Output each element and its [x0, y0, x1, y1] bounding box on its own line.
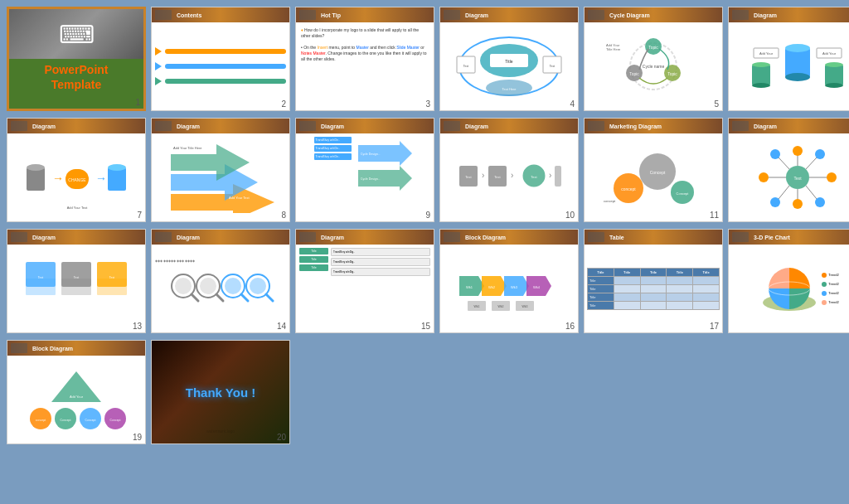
svg-text:Wk3: Wk3 [511, 285, 518, 289]
svg-point-21 [785, 44, 810, 52]
slide-18[interactable]: 3-D Pie Chart Trend2 Trend2 Tr [728, 229, 849, 333]
svg-text:Cycle Design...: Cycle Design... [361, 177, 381, 181]
slide-2-header: Contents [177, 12, 201, 18]
slide-12[interactable]: Diagram Text [728, 118, 849, 222]
svg-text:Wk2: Wk2 [498, 305, 504, 308]
slide-13-header: Diagram [32, 235, 56, 240]
svg-text:Text: Text [38, 276, 43, 279]
svg-text:Text: Text [793, 176, 802, 181]
slide-10-diagram: Text › Text › Text › [455, 143, 563, 213]
slide-15[interactable]: Diagram Title Title Title TransBlvry w/e… [295, 229, 434, 333]
slide-5[interactable]: Cycle Diagram Topic Topic Topic Cycle na… [584, 7, 723, 111]
slide-19-header: Block Diagram [32, 346, 73, 351]
svg-rect-87 [26, 279, 56, 295]
slide-5-header: Cycle Diagram [609, 12, 650, 18]
svg-rect-26 [825, 65, 843, 85]
svg-text:Add Your Text: Add Your Text [229, 196, 250, 200]
svg-point-81 [770, 149, 780, 159]
svg-rect-33 [27, 167, 45, 191]
svg-text:›: › [482, 171, 484, 180]
svg-text:Add Your: Add Your [70, 395, 84, 399]
svg-text:concept: concept [621, 187, 636, 191]
slide-19[interactable]: Block Diagram Add Your concept Concept C… [7, 340, 146, 444]
svg-text:concept: concept [36, 419, 46, 422]
svg-point-34 [27, 164, 45, 171]
svg-rect-39 [108, 167, 126, 191]
slide-13[interactable]: Diagram Text Text Text [7, 229, 146, 333]
slides-grid: ⌨ PowerPoint Template 1 Contents [0, 0, 849, 454]
svg-text:Text: Text [465, 175, 472, 179]
slide-11[interactable]: Marketing Diagram concept Concept Concep… [584, 118, 723, 222]
svg-text:Title Here: Title Here [606, 47, 621, 51]
svg-text:Text: Text [494, 175, 501, 179]
slide-4-num: 4 [570, 99, 575, 109]
slide-7-header: Diagram [32, 124, 56, 129]
svg-text:concept: concept [604, 199, 616, 203]
slide-3[interactable]: Hot Tip ♦ How do I incorporate my logo t… [295, 7, 434, 111]
svg-text:Topic: Topic [629, 71, 639, 76]
slide-4[interactable]: Diagram Title Text Here Text [439, 7, 579, 111]
slide-17-header: Table [609, 235, 624, 240]
svg-text:Wk2: Wk2 [488, 285, 496, 289]
slide-1-title: PowerPoint [9, 62, 143, 77]
slide-8[interactable]: Diagram Add Your Title Here Add Your Tex… [151, 118, 290, 222]
slide-8-header: Diagram [177, 124, 200, 129]
slide-17[interactable]: Table TitleTitleTitleTitleTitle Title Ti… [584, 229, 723, 333]
slide-16-num: 16 [565, 322, 575, 331]
svg-text:Concept: Concept [109, 419, 120, 422]
svg-text:Concept: Concept [677, 191, 690, 196]
svg-line-80 [779, 158, 789, 169]
svg-text:Add Your Text: Add Your Text [67, 206, 89, 210]
svg-text:CHANGE: CHANGE [68, 177, 86, 182]
svg-rect-20 [785, 48, 810, 77]
slide-5-diagram: Topic Topic Topic Cycle name Add Your Ti… [599, 32, 707, 102]
svg-text:Cycle Design...: Cycle Design... [361, 153, 381, 156]
slide-1[interactable]: ⌨ PowerPoint Template 1 [7, 7, 146, 111]
svg-point-27 [825, 62, 843, 67]
svg-text:Title: Title [505, 59, 512, 64]
svg-text:Add Your Title Here: Add Your Title Here [173, 146, 202, 150]
slide-16[interactable]: Block Diagram Wk1 Wk2 Wk3 Wk4 Wk1 [439, 229, 579, 333]
svg-text:→: → [95, 172, 107, 185]
svg-text:Topic: Topic [648, 45, 658, 50]
svg-text:Concept: Concept [85, 419, 95, 422]
svg-text:Add Your: Add Your [822, 51, 837, 56]
svg-line-84 [779, 186, 789, 199]
svg-text:Concept: Concept [650, 170, 666, 175]
svg-text:Text: Text [74, 276, 79, 279]
slide-5-num: 5 [714, 99, 719, 109]
svg-point-79 [815, 149, 825, 159]
slide-8-num: 8 [281, 211, 286, 220]
svg-text:Wk4: Wk4 [533, 285, 541, 289]
slide-14[interactable]: Diagram ◈◈◈ ◈◈◈◈◈ ◈◈◈ ◈◈◈◈ [151, 229, 290, 333]
svg-point-73 [827, 172, 837, 182]
slide-9-inner: Cycle Design... Cycle Design... [354, 137, 416, 199]
svg-text:Topic: Topic [667, 71, 677, 76]
svg-text:Text: Text [531, 175, 537, 179]
slide-9-header: Diagram [321, 124, 344, 129]
slide-20-text: Thank You ! [186, 385, 255, 400]
slide-17-num: 17 [710, 322, 719, 331]
slide-13-num: 13 [133, 322, 142, 331]
slide-11-diagram: concept Concept Concept concept [599, 143, 707, 213]
slide-20[interactable]: Thank You ! watermark.logo 20 [151, 340, 290, 444]
svg-point-75 [759, 172, 769, 182]
slide-16-header: Block Diagram [465, 235, 506, 240]
slide-2[interactable]: Contents 2 [151, 7, 290, 111]
svg-line-82 [806, 186, 817, 199]
slide-15-num: 15 [421, 322, 430, 331]
slide-7[interactable]: Diagram → CHANGE → [7, 118, 146, 222]
slide-10[interactable]: Diagram Text › Text › Text › 10 [439, 118, 579, 222]
svg-point-77 [793, 199, 803, 209]
slide-6[interactable]: Diagram Add Y [728, 7, 849, 111]
svg-text:Cycle name: Cycle name [643, 64, 665, 69]
svg-text:Concept: Concept [60, 419, 70, 422]
svg-point-71 [793, 146, 803, 156]
svg-rect-90 [61, 279, 91, 295]
svg-point-83 [815, 197, 825, 207]
slide-18-header: 3-D Pie Chart [754, 235, 790, 240]
svg-text:→: → [52, 172, 64, 185]
slide-4-diagram: Title Text Here Text Text [455, 32, 563, 102]
slide-9[interactable]: Diagram TransBlvry w/eDe.. TransBlvry w/… [295, 118, 434, 222]
svg-point-25 [752, 83, 770, 88]
